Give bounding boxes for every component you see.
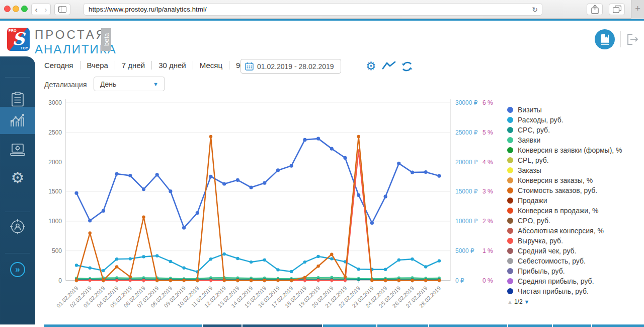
legend-label: Средняя прибыль, руб. — [518, 277, 594, 285]
legend-item[interactable]: Конверсия в заказы, % — [507, 175, 641, 185]
legend-item[interactable]: Заявки — [507, 135, 641, 145]
refresh-button[interactable] — [401, 61, 413, 74]
share-button[interactable] — [587, 4, 603, 15]
clipboard-icon — [11, 92, 24, 107]
sidebar-toggle-button[interactable] — [54, 4, 70, 15]
svg-text:5000 ₽: 5000 ₽ — [455, 247, 474, 254]
tabs-icon — [613, 6, 621, 13]
legend-item[interactable]: Стоимость заказов, руб. — [507, 185, 641, 195]
minimize-window-button[interactable] — [13, 6, 19, 12]
legend-item[interactable]: Средний чек, руб. — [507, 246, 641, 256]
table-column-edge — [377, 324, 428, 327]
date-range-picker[interactable]: 01.02.2019 - 28.02.2019 — [240, 59, 341, 74]
legend-dot-icon — [507, 198, 513, 204]
legend-item[interactable]: CPL, руб. — [507, 155, 641, 165]
tab-7days[interactable]: 7 дней — [122, 61, 145, 70]
close-window-button[interactable] — [4, 6, 11, 12]
svg-text:15000 ₽: 15000 ₽ — [455, 188, 478, 195]
new-tab-button[interactable]: + — [631, 0, 644, 19]
legend-label: Средний чек, руб. — [518, 247, 576, 255]
legend-pager: ▲ 1/2 ▼ — [507, 297, 641, 306]
browser-toolbar: ‹ › https://www.prostoy.ru/lp/analytics.… — [0, 0, 644, 19]
tab-today[interactable]: Сегодня — [44, 61, 73, 70]
legend-item[interactable]: Средняя прибыль, руб. — [507, 276, 641, 286]
legend-dot-icon — [507, 218, 513, 224]
legend-item[interactable]: CPO, руб. — [507, 216, 641, 226]
legend-dot-icon — [507, 248, 513, 254]
legend-label: Прибыль, руб. — [518, 267, 565, 275]
beta-badge: beta — [101, 28, 111, 51]
detail-dropdown[interactable]: День ▼ — [94, 77, 165, 91]
analytics-chart-area: 00 ₽0 %5005000 ₽1 %100010000 ₽2 %1500150… — [43, 96, 503, 322]
legend-label: Расходы, руб. — [518, 116, 564, 124]
date-range-tabs: Сегодня Вчера 7 дней 30 дней Месяц 90 дн… — [44, 61, 264, 70]
show-tabs-button[interactable] — [609, 4, 625, 15]
legend-page-down-icon[interactable]: ▼ — [524, 299, 530, 305]
sidebar-item-sites[interactable] — [0, 136, 35, 163]
tab-month[interactable]: Месяц — [200, 61, 222, 70]
legend-page-indicator: 1/2 — [514, 298, 523, 305]
zoom-window-button[interactable] — [21, 6, 28, 12]
tab-30days[interactable]: 30 дней — [158, 61, 186, 70]
address-bar[interactable]: https://www.prostoy.ru/lp/analytics.html… — [84, 3, 542, 16]
refresh-icon — [401, 61, 413, 72]
legend-label: Стоимость заказов, руб. — [518, 186, 597, 194]
app-logo[interactable]: PRO S TOY — [7, 28, 30, 51]
page-top-accent — [0, 19, 644, 21]
sidebar-item-analytics[interactable] — [0, 107, 35, 134]
browser-forward-button[interactable]: › — [41, 4, 51, 15]
legend-item[interactable]: Себестоимость, руб. — [507, 256, 641, 266]
legend-page-up-icon[interactable]: ▲ — [507, 299, 513, 305]
sidebar-item-audience[interactable] — [0, 213, 35, 240]
chart-settings-button[interactable]: ⚙ — [366, 59, 376, 73]
browser-back-button[interactable]: ‹ — [31, 4, 41, 15]
header-divider — [620, 31, 621, 47]
legend-item[interactable]: Прибыль, руб. — [507, 266, 641, 276]
reload-icon[interactable]: ↻ — [532, 6, 542, 14]
legend-item[interactable]: Абсолютная конверсия, % — [507, 226, 641, 236]
expand-sidebar-button[interactable]: » — [10, 262, 25, 277]
legend-label: Конверсия в продажи, % — [518, 207, 598, 215]
legend-item[interactable]: CPC, руб. — [507, 125, 641, 135]
legend-label: Чистая прибыль, руб. — [518, 287, 589, 295]
legend-label: CPC, руб. — [518, 126, 550, 134]
svg-text:0: 0 — [58, 277, 62, 284]
legend-label: CPL, руб. — [518, 156, 549, 164]
legend-dot-icon — [507, 107, 513, 113]
legend-dot-icon — [507, 117, 513, 123]
svg-text:2500: 2500 — [48, 129, 62, 136]
trend-view-button[interactable] — [382, 61, 396, 73]
legend-item[interactable]: Заказы — [507, 165, 641, 175]
legend-label: Себестоимость, руб. — [518, 257, 586, 265]
data-table-top-edge — [0, 324, 644, 327]
legend-dot-icon — [507, 238, 513, 244]
sidebar-toggle-icon — [58, 6, 66, 13]
legend-item[interactable]: Выручка, руб. — [507, 236, 641, 246]
table-column-edge — [44, 324, 202, 327]
laptop-gear-icon — [10, 143, 25, 156]
share-icon — [591, 5, 599, 14]
url-text[interactable]: https://www.prostoy.ru/lp/analytics.html… — [84, 6, 532, 13]
legend-dot-icon — [507, 228, 513, 234]
legend-item[interactable]: Визиты — [507, 105, 641, 115]
analytics-chart[interactable]: 00 ₽0 %5005000 ₽1 %100010000 ₽2 %1500150… — [43, 96, 503, 322]
help-guide-button[interactable] — [595, 29, 615, 49]
legend-item[interactable]: Конверсия в заявки (формы), % — [507, 145, 641, 155]
table-column-edge — [203, 324, 242, 327]
tab-yesterday[interactable]: Вчера — [87, 61, 108, 70]
svg-text:30000 ₽: 30000 ₽ — [455, 99, 478, 106]
legend-item[interactable]: Конверсия в продажи, % — [507, 206, 641, 216]
legend-label: Конверсия в заявки (формы), % — [518, 146, 622, 154]
legend-label: Визиты — [518, 106, 542, 114]
svg-text:0 ₽: 0 ₽ — [455, 277, 464, 284]
legend-item[interactable]: Расходы, руб. — [507, 115, 641, 125]
logout-button[interactable] — [626, 33, 639, 45]
legend-item[interactable]: Продажи — [507, 195, 641, 206]
legend-label: Заявки — [518, 136, 540, 144]
date-range-value: 01.02.2019 - 28.02.2019 — [257, 62, 334, 71]
sidebar-item-settings[interactable]: ⚙ — [0, 164, 35, 191]
legend-label: CPO, руб. — [518, 217, 550, 225]
legend-item[interactable]: Чистая прибыль, руб. — [507, 286, 641, 296]
svg-text:3000: 3000 — [48, 99, 62, 106]
legend-dot-icon — [507, 127, 513, 133]
